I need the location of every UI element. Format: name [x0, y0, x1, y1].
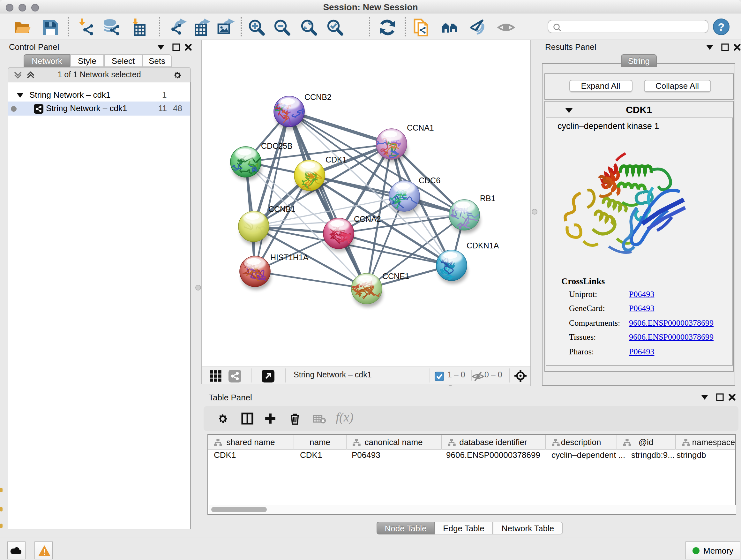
- svg-text:CDC25B: CDC25B: [261, 141, 293, 150]
- svg-text:HIST1H1A: HIST1H1A: [270, 253, 309, 262]
- svg-text:CCNB2: CCNB2: [305, 92, 332, 102]
- svg-text:CCNE1: CCNE1: [382, 272, 409, 281]
- svg-text:CDC6: CDC6: [419, 176, 441, 185]
- svg-text:CDKN1A: CDKN1A: [467, 241, 499, 250]
- svg-text:CDK1: CDK1: [326, 155, 347, 164]
- svg-text:CCNA2: CCNA2: [354, 214, 381, 224]
- svg-text:CCNB1: CCNB1: [268, 205, 295, 213]
- svg-text:CCNA1: CCNA1: [407, 123, 434, 132]
- svg-text:RB1: RB1: [480, 194, 495, 203]
